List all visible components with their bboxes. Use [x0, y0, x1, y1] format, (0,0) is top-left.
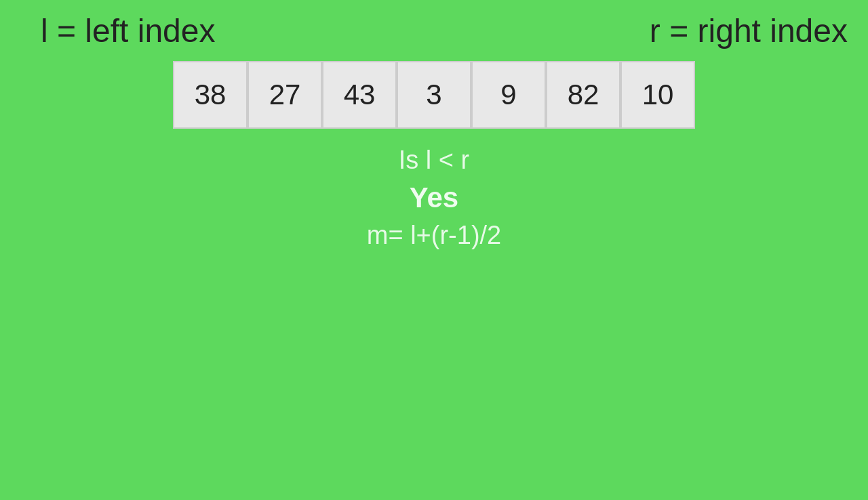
- left-index-label: l = left index: [41, 12, 215, 49]
- array-container: 382743398210: [173, 61, 695, 129]
- array-cell-3: 3: [397, 61, 471, 129]
- array-cell-0: 38: [173, 61, 248, 129]
- array-cell-2: 43: [322, 61, 397, 129]
- info-container: Is l < r Yes m= l+(r-1)/2: [367, 146, 501, 250]
- array-cell-5: 82: [546, 61, 620, 129]
- formula-text: m= l+(r-1)/2: [367, 221, 501, 250]
- answer-text: Yes: [410, 182, 458, 214]
- array-cell-1: 27: [248, 61, 322, 129]
- right-index-label: r = right index: [650, 12, 848, 49]
- condition-text: Is l < r: [399, 146, 470, 175]
- array-cell-4: 9: [471, 61, 546, 129]
- array-cell-6: 10: [620, 61, 695, 129]
